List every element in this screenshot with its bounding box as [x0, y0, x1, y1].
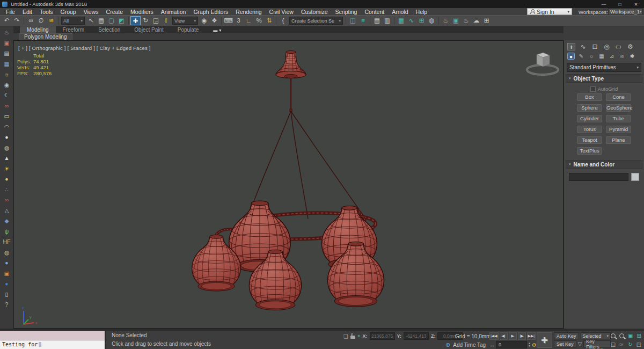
- absolute-mode-icon[interactable]: ⌖: [357, 333, 361, 339]
- ribbon-display-icon[interactable]: ▬: [213, 28, 217, 33]
- x-coordinate-field[interactable]: 21365,875: [370, 332, 395, 340]
- key-filter-icon[interactable]: ▽: [578, 341, 582, 347]
- object-type-rollout[interactable]: Object Type: [566, 74, 642, 83]
- spheres-tool-icon[interactable]: ∞: [2, 195, 12, 204]
- use-pivot-center-icon[interactable]: ◉: [199, 16, 209, 25]
- view-cube[interactable]: [527, 53, 558, 75]
- camera-tool-icon[interactable]: ◉: [2, 81, 12, 89]
- workspace-dropdown[interactable]: Workspace_1 ▾: [608, 8, 642, 15]
- y-coordinate-field[interactable]: -6241,413: [404, 332, 429, 340]
- selection-lock-icon[interactable]: [350, 336, 355, 339]
- mirror-icon[interactable]: ◫: [348, 16, 358, 25]
- align-icon[interactable]: ≡: [358, 16, 368, 25]
- add-time-tag[interactable]: ⊕ Add Time Tag: [445, 341, 486, 348]
- object-type-cylinder-button[interactable]: Cylinder: [577, 115, 602, 122]
- next-frame-button[interactable]: |▶: [518, 332, 526, 340]
- select-and-manipulate-icon[interactable]: ❖: [209, 16, 219, 25]
- object-type-teapot-button[interactable]: Teapot: [577, 136, 602, 144]
- maximize-button[interactable]: □: [612, 0, 628, 8]
- menu-content[interactable]: Content: [361, 9, 388, 15]
- modify-tab[interactable]: ∿: [579, 43, 587, 50]
- rendered-frame-icon[interactable]: ▣: [451, 16, 461, 25]
- chevron-down-icon[interactable]: ▾: [219, 28, 221, 33]
- menu-views[interactable]: Views: [80, 9, 103, 15]
- object-type-plane-button[interactable]: Plane: [606, 136, 631, 144]
- name-and-color-rollout[interactable]: Name and Color: [566, 160, 642, 169]
- pan-icon[interactable]: ☞: [618, 340, 626, 348]
- menu-animation[interactable]: Animation: [157, 9, 190, 15]
- percent-snap-icon[interactable]: %: [254, 16, 264, 25]
- sun-tool-icon[interactable]: ☀: [2, 164, 12, 173]
- object-type-torus-button[interactable]: Torus: [577, 126, 602, 133]
- named-selection-dropdown[interactable]: Create Selection Se▾: [289, 17, 343, 25]
- zoom-extents-icon[interactable]: ▣: [626, 332, 634, 340]
- window-crossing-icon[interactable]: ◩: [116, 16, 127, 25]
- object-type-geosphere-button[interactable]: GeoSphere: [606, 104, 631, 112]
- key-mode-toggle-icon[interactable]: ↔: [489, 342, 495, 348]
- grid-window-tool-icon[interactable]: ▦: [2, 60, 12, 68]
- bind-to-space-warp-icon[interactable]: ≋: [46, 16, 56, 25]
- grass-tool-icon[interactable]: ψ: [2, 227, 12, 236]
- menu-group[interactable]: Group: [57, 9, 80, 15]
- moon-tool-icon[interactable]: ☾: [2, 91, 12, 99]
- render-cloud-icon[interactable]: ☁: [471, 16, 481, 25]
- key-filters-button[interactable]: Key Filters...: [583, 340, 611, 347]
- autogrid-checkbox[interactable]: [590, 86, 596, 92]
- utilities-tab[interactable]: ⚙: [626, 43, 634, 50]
- zoom-icon[interactable]: [609, 332, 617, 340]
- primitives-dropdown[interactable]: Standard Primitives ▾: [567, 63, 641, 72]
- maxscript-mini-listener[interactable]: Testing for: [0, 331, 106, 349]
- select-and-rotate-icon[interactable]: ↻: [141, 16, 151, 25]
- select-and-scale-icon[interactable]: ◲: [151, 16, 161, 25]
- lights-category[interactable]: ☼: [588, 53, 595, 60]
- zoom-extents-all-icon[interactable]: ⊞: [635, 332, 643, 340]
- select-object-icon[interactable]: ↖: [86, 16, 96, 25]
- object-type-textplus-button[interactable]: TextPlus: [577, 147, 602, 155]
- wire-sphere2-tool-icon[interactable]: ◍: [2, 248, 12, 257]
- viewport-canvas[interactable]: x y z: [14, 41, 563, 328]
- go-to-end-button[interactable]: ▶▶|: [527, 332, 536, 340]
- menu-modifiers[interactable]: Modifiers: [127, 9, 157, 15]
- help-tool-icon[interactable]: ?: [2, 300, 12, 309]
- rectangular-selection-icon[interactable]: ▢: [106, 16, 116, 25]
- set-key-button[interactable]: Set Key: [554, 340, 576, 347]
- ribbon-tab-object-paint[interactable]: Object Paint: [127, 26, 170, 33]
- menu-scripting[interactable]: Scripting: [332, 9, 361, 15]
- frame-stepper[interactable]: ▲▼: [528, 342, 531, 347]
- maximize-viewport-icon[interactable]: ◳: [635, 340, 643, 348]
- space-warps-category[interactable]: ≋: [618, 53, 626, 60]
- teapot-tool-icon[interactable]: ♨: [2, 28, 12, 37]
- material-editor-icon[interactable]: ◍: [427, 16, 437, 25]
- render-setup-icon[interactable]: ♨: [441, 16, 451, 25]
- sign-in-button[interactable]: Sign In ▾: [527, 8, 572, 15]
- ribbon-tab-modeling[interactable]: Modeling: [20, 26, 56, 33]
- selected-sphere-tool-icon[interactable]: ●: [2, 279, 12, 288]
- scene-explorer-icon[interactable]: ▤: [372, 16, 382, 25]
- object-type-box-button[interactable]: Box: [577, 93, 602, 101]
- object-type-cone-button[interactable]: Cone: [606, 93, 631, 101]
- menu-rendering[interactable]: Rendering: [232, 9, 265, 15]
- object-type-sphere-button[interactable]: Sphere: [577, 104, 602, 112]
- keyboard-override-icon[interactable]: ⌨: [223, 16, 233, 25]
- trajectory-tool-icon[interactable]: △: [2, 206, 12, 215]
- motion-tab[interactable]: ◎: [603, 43, 611, 50]
- hierarchy-tab[interactable]: ⊟: [591, 43, 599, 50]
- render-presets-icon[interactable]: ⊞: [481, 16, 492, 25]
- scatter-tool-icon[interactable]: ∴: [2, 185, 12, 194]
- isolate-selection-icon[interactable]: ❏: [343, 333, 348, 339]
- ribbon-tab-populate[interactable]: Populate: [171, 26, 206, 33]
- menu-create[interactable]: Create: [103, 9, 127, 15]
- select-and-move-icon[interactable]: ✚: [130, 16, 141, 25]
- ribbon-toggle-icon[interactable]: ▦: [396, 16, 406, 25]
- named-selection-sets-icon[interactable]: {: [278, 16, 288, 25]
- angle-snap-icon[interactable]: ∟: [244, 16, 254, 25]
- menu-customize[interactable]: Customize: [297, 9, 332, 15]
- reference-coordinate-dropdown[interactable]: View▾: [172, 17, 198, 25]
- render-window-tool-icon[interactable]: ▣: [2, 39, 12, 47]
- chandelier-model[interactable]: [192, 50, 384, 310]
- curve-editor-icon[interactable]: ∿: [406, 16, 416, 25]
- object-type-tube-button[interactable]: Tube: [606, 115, 631, 122]
- undo-icon[interactable]: ↶: [2, 16, 12, 25]
- redo-icon[interactable]: ↷: [12, 16, 22, 25]
- create-tab[interactable]: +: [567, 43, 575, 50]
